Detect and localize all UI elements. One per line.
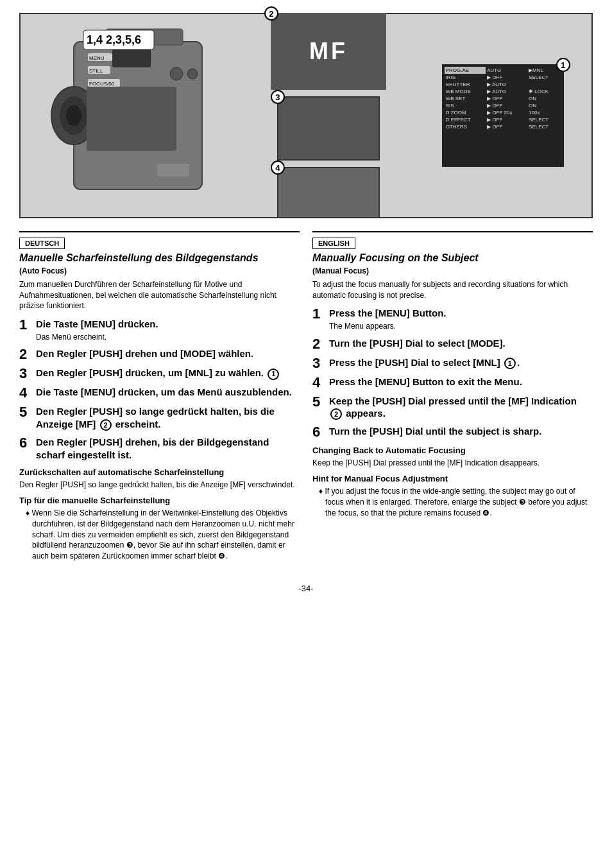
de-step-2-main: Den Regler [PUSH] drehen und [MODE] wähl…	[36, 347, 253, 360]
de-step-1-number: 1	[19, 318, 32, 332]
de-step-4-main: Die Taste [MENU] drücken, um das Menü au…	[36, 386, 292, 399]
deutsch-column: DEUTSCH Manuelle Scharfeinstellung des B…	[19, 231, 300, 564]
deutsch-title: Manuelle Scharfeinstellung des Bildgegen…	[19, 252, 300, 265]
de-step-6-number: 6	[19, 436, 32, 450]
de-step-3-number: 3	[19, 367, 32, 381]
en-step-1-sub: The Menu appears.	[329, 321, 446, 332]
step3-display	[277, 96, 380, 161]
de-step-3-main: Den Regler [PUSH] drücken, um [MNL] zu w…	[36, 367, 280, 379]
svg-rect-7	[157, 164, 189, 177]
mf-display-wrapper: 2 MF	[271, 13, 386, 90]
en-step-1-number: 1	[312, 307, 325, 321]
svg-text:1,4  2,3,5,6: 1,4 2,3,5,6	[87, 33, 141, 46]
en-step-2-number: 2	[312, 337, 325, 351]
deutsch-lang-label: DEUTSCH	[19, 238, 65, 249]
en-hint-bullet-1: ♦ If you adjust the focus in the wide-an…	[319, 486, 593, 518]
menu-display-wrapper: 3	[277, 96, 380, 161]
step4-display	[277, 167, 380, 218]
de-back-text: Den Regler [PUSH] so lange gedrückt halt…	[19, 480, 300, 490]
mf-and-menu: 2 MF 3 4	[271, 13, 386, 218]
de-step-5-main: Den Regler [PUSH] so lange gedrückt halt…	[36, 405, 300, 431]
en-step-4-number: 4	[312, 376, 325, 390]
en-hint-title: Hint for Manual Focus Adjustment	[312, 474, 593, 483]
english-column: ENGLISH Manually Focusing on the Subject…	[312, 231, 593, 564]
english-intro: To adjust the focus manually for subject…	[312, 279, 593, 301]
de-step-1-content: Die Taste [MENU] drücken. Das Menü ersch…	[36, 318, 158, 342]
badge-2: 2	[264, 6, 278, 21]
svg-point-8	[170, 67, 183, 80]
menu-table: PROG.AEAUTO▶MNL IRIS▶ OFFSELECT SHUTTER▶…	[445, 67, 561, 130]
de-step-3-content: Den Regler [PUSH] drücken, um [MNL] zu w…	[36, 367, 280, 379]
svg-point-3	[66, 105, 81, 126]
en-circle-2: 2	[330, 408, 342, 420]
svg-point-9	[187, 69, 198, 79]
svg-text:STILL: STILL	[89, 68, 103, 74]
en-step-1: 1 Press the [MENU] Button. The Menu appe…	[312, 307, 593, 331]
en-step-5: 5 Keep the [PUSH] Dial pressed until the…	[312, 395, 593, 421]
de-step-4-content: Die Taste [MENU] drücken, um das Menü au…	[36, 386, 292, 399]
en-circle-1: 1	[504, 358, 516, 369]
en-step-1-main: Press the [MENU] Button.	[329, 307, 446, 320]
en-step-1-content: Press the [MENU] Button. The Menu appear…	[329, 307, 446, 331]
step4-wrapper: 4	[277, 167, 380, 218]
en-step-2-content: Turn the [PUSH] Dial to select [MODE].	[329, 337, 506, 350]
en-step-4-main: Press the [MENU] Button to exit the Menu…	[329, 376, 522, 388]
en-step-3: 3 Press the [PUSH] Dial to select [MNL] …	[312, 356, 593, 370]
menu-screen-wrapper: 1 PROG.AEAUTO▶MNL IRIS▶ OFFSELECT SHUTTE…	[442, 64, 564, 167]
de-step-5-content: Den Regler [PUSH] so lange gedrückt halt…	[36, 405, 300, 431]
english-subtitle: (Manual Focus)	[312, 266, 593, 275]
de-circle-2a: 2	[100, 419, 112, 431]
en-back-text: Keep the [PUSH] Dial pressed until the […	[312, 458, 593, 469]
en-step-6: 6 Turn the [PUSH] Dial until the subject…	[312, 425, 593, 439]
badge-4: 4	[271, 161, 285, 175]
page-container: 1,4 2,3,5,6 MENU STILL FOCUS/00 2 MF	[0, 0, 612, 868]
de-hint-bullet-1: ♦ Wenn Sie die Scharfeinstellung in der …	[26, 508, 300, 562]
mf-label: MF	[309, 38, 348, 65]
de-back-title: Zurückschalten auf automatische Scharfei…	[19, 467, 300, 477]
de-step-5-number: 5	[19, 405, 32, 419]
de-step-1-main: Die Taste [MENU] drücken.	[36, 318, 158, 331]
de-step-6: 6 Den Regler [PUSH] drehen, bis der Bild…	[19, 436, 300, 461]
en-step-3-main: Press the [PUSH] Dial to select [MNL] 1.	[329, 356, 520, 369]
en-step-2: 2 Turn the [PUSH] Dial to select [MODE].	[312, 337, 593, 351]
en-step-2-main: Turn the [PUSH] Dial to select [MODE].	[329, 337, 506, 350]
svg-text:FOCUS/00: FOCUS/00	[89, 81, 115, 87]
deutsch-subtitle: (Auto Focus)	[19, 266, 300, 275]
page-number: -34-	[6, 584, 606, 593]
en-step-4-content: Press the [MENU] Button to exit the Menu…	[329, 376, 522, 388]
de-circle-1: 1	[268, 369, 279, 380]
top-illustration: 1,4 2,3,5,6 MENU STILL FOCUS/00 2 MF	[19, 13, 593, 218]
en-step-5-number: 5	[312, 395, 325, 409]
english-lang-label: ENGLISH	[312, 238, 355, 249]
en-step-3-number: 3	[312, 356, 325, 370]
en-step-6-number: 6	[312, 425, 325, 439]
de-step-3: 3 Den Regler [PUSH] drücken, um [MNL] zu…	[19, 367, 300, 381]
de-step-4-number: 4	[19, 386, 32, 400]
en-step-4: 4 Press the [MENU] Button to exit the Me…	[312, 376, 593, 390]
en-back-title: Changing Back to Automatic Focusing	[312, 446, 593, 455]
en-step-5-main: Keep the [PUSH] Dial pressed until the […	[329, 395, 593, 421]
de-step-2-number: 2	[19, 347, 32, 361]
badge-1: 1	[556, 58, 570, 72]
de-step-1: 1 Die Taste [MENU] drücken. Das Menü ers…	[19, 318, 300, 342]
en-step-5-content: Keep the [PUSH] Dial pressed until the […	[329, 395, 593, 421]
mf-display: MF	[271, 13, 386, 90]
content-area: DEUTSCH Manuelle Scharfeinstellung des B…	[6, 225, 606, 571]
de-step-6-content: Den Regler [PUSH] drehen, bis der Bildge…	[36, 436, 300, 461]
deutsch-intro: Zum manuellen Durchführen der Scharfeins…	[19, 279, 300, 311]
camera-svg: 1,4 2,3,5,6 MENU STILL FOCUS/00	[48, 22, 215, 209]
menu-screen: PROG.AEAUTO▶MNL IRIS▶ OFFSELECT SHUTTER▶…	[442, 64, 564, 167]
en-step-3-content: Press the [PUSH] Dial to select [MNL] 1.	[329, 356, 520, 369]
svg-rect-6	[87, 87, 176, 151]
english-title: Manually Focusing on the Subject	[312, 252, 593, 265]
de-step-5: 5 Den Regler [PUSH] so lange gedrückt ha…	[19, 405, 300, 431]
de-step-2: 2 Den Regler [PUSH] drehen und [MODE] wä…	[19, 347, 300, 361]
de-step-1-sub: Das Menü erscheint.	[36, 332, 158, 343]
en-step-6-content: Turn the [PUSH] Dial until the subject i…	[329, 425, 541, 438]
de-step-6-main: Den Regler [PUSH] drehen, bis der Bildge…	[36, 436, 300, 461]
de-step-2-content: Den Regler [PUSH] drehen und [MODE] wähl…	[36, 347, 253, 360]
de-step-4: 4 Die Taste [MENU] drücken, um das Menü …	[19, 386, 300, 400]
camera-diagram: 1,4 2,3,5,6 MENU STILL FOCUS/00	[48, 22, 215, 209]
svg-text:MENU: MENU	[89, 55, 105, 61]
de-hint-title: Tip für die manuelle Scharfeinstellung	[19, 496, 300, 505]
